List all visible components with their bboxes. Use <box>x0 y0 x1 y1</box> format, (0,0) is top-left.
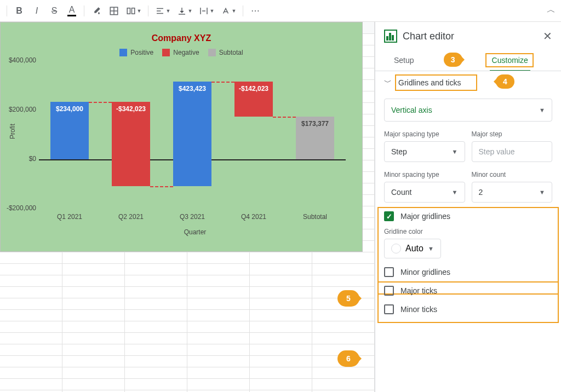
minor-count-label: Minor count <box>472 171 553 178</box>
text-rotation-button[interactable]: ▼ <box>219 3 238 19</box>
callout-4: 4 <box>496 74 514 89</box>
fill-color-button[interactable] <box>89 3 104 19</box>
chart-editor-icon <box>384 30 397 43</box>
minor-spacing-type-select[interactable]: Count▼ <box>384 182 465 203</box>
tab-customize[interactable]: Customize <box>490 50 530 71</box>
x-axis-label: Quarter <box>39 228 351 236</box>
panel-title: Chart editor <box>403 31 537 42</box>
chart-bar: $234,000 <box>50 102 89 159</box>
gridline-color-picker[interactable]: Auto ▼ <box>384 239 441 258</box>
color-swatch-icon <box>391 244 401 253</box>
bold-button[interactable]: B <box>12 3 27 19</box>
chevron-down-icon: ﹀ <box>384 78 392 88</box>
callout-6: 6 <box>337 350 359 367</box>
text-color-button[interactable]: A <box>64 3 79 19</box>
spreadsheet-grid[interactable]: F G H I J K for(let i=0;i<30;i++)documen… <box>0 22 375 392</box>
callout-3: 3 <box>444 53 462 67</box>
collapse-toolbar-icon[interactable]: ︿ <box>547 4 556 16</box>
chart-bar: $173,377 <box>296 117 334 159</box>
major-ticks-checkbox[interactable] <box>384 286 394 296</box>
gridline-color-label: Gridline color <box>384 228 552 235</box>
close-icon[interactable]: ✕ <box>543 30 552 43</box>
horizontal-align-button[interactable]: ▼ <box>153 3 173 19</box>
major-step-label: Major step <box>472 130 553 138</box>
axis-selector[interactable]: Vertical axis▼ <box>384 99 552 122</box>
major-step-input[interactable]: Step value <box>472 141 553 162</box>
vertical-align-button[interactable]: ▼ <box>175 3 194 19</box>
chart-title: Company XYZ <box>12 33 351 43</box>
y-axis-label: Profit <box>9 124 16 139</box>
embedded-chart[interactable]: Company XYZ Positive Negative Subtotal P… <box>0 22 363 252</box>
minor-ticks-checkbox[interactable] <box>384 304 394 314</box>
chart-editor-panel: Chart editor ✕ Setup 3 Customize ﹀ Gridl… <box>375 22 561 392</box>
merge-cells-button[interactable]: ▼ <box>124 3 144 19</box>
major-gridlines-checkbox[interactable] <box>384 211 394 221</box>
minor-spacing-type-label: Minor spacing type <box>384 171 465 178</box>
strikethrough-button[interactable]: S <box>47 3 62 19</box>
chart-bar: $423,423 <box>173 82 211 186</box>
chart-bar: -$142,023 <box>234 82 273 117</box>
section-gridlines-ticks[interactable]: ﹀ Gridlines and ticks 4 <box>375 71 561 94</box>
italic-button[interactable]: I <box>29 3 44 19</box>
major-spacing-type-label: Major spacing type <box>384 130 465 138</box>
borders-button[interactable] <box>106 3 122 19</box>
more-button[interactable]: ⋯ <box>248 3 263 19</box>
major-spacing-type-select[interactable]: Step▼ <box>384 141 465 162</box>
toolbar: B I S A ▼ ▼ ▼ ▼ ▼ ⋯ ︿ <box>0 0 561 22</box>
minor-count-select[interactable]: 2▼ <box>472 182 553 203</box>
text-wrap-button[interactable]: ▼ <box>197 3 216 19</box>
minor-gridlines-checkbox[interactable] <box>384 267 394 277</box>
chart-bar: -$342,023 <box>112 102 150 186</box>
tab-setup[interactable]: Setup <box>392 50 416 71</box>
chart-legend: Positive Negative Subtotal <box>12 49 351 56</box>
callout-5: 5 <box>337 290 359 307</box>
